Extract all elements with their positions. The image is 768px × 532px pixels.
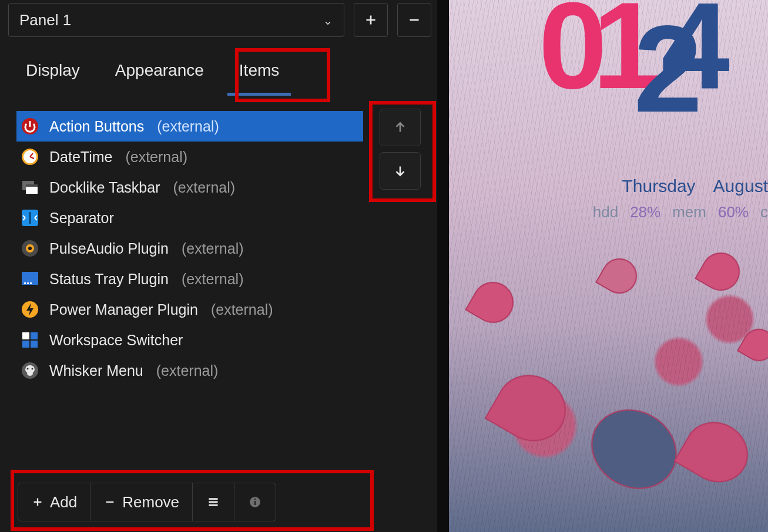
stat-hdd-value: 28% <box>630 203 660 221</box>
tab-appearance[interactable]: Appearance <box>98 50 222 95</box>
tab-appearance-label: Appearance <box>115 61 204 79</box>
svg-rect-18 <box>22 341 29 348</box>
clock-digit-1: 0 <box>538 0 592 115</box>
list-item-name: DateTime <box>49 149 112 166</box>
conky-date: Thursday August <box>622 176 768 196</box>
remove-panel-button[interactable] <box>397 3 431 37</box>
stat-hdd-label: hdd <box>593 203 618 221</box>
list-item[interactable]: PulseAudio Plugin(external) <box>16 233 363 264</box>
tab-display-label: Display <box>26 61 80 79</box>
arrow-up-icon <box>393 120 408 135</box>
list-item[interactable]: Whisker Menu(external) <box>16 355 363 386</box>
chevron-down-icon <box>323 14 333 32</box>
conky-stats: hdd 28% mem 60% c <box>593 203 768 221</box>
conky-clock: 01 24 <box>538 0 768 95</box>
list-item-name: Action Buttons <box>49 118 144 135</box>
svg-rect-16 <box>22 332 29 339</box>
tab-items[interactable]: Items <box>222 50 297 95</box>
footer-toolbar: Add Remove <box>18 483 276 520</box>
stat-cpu-label: c <box>760 203 768 221</box>
svg-point-10 <box>28 247 32 250</box>
hamburger-icon <box>206 494 221 510</box>
conky-month: August <box>713 176 768 196</box>
items-list[interactable]: Action Buttons(external)DateTime(externa… <box>16 111 363 462</box>
minus-icon <box>103 496 116 509</box>
svg-point-23 <box>32 368 33 370</box>
item-about-button[interactable] <box>234 483 276 521</box>
add-panel-button[interactable] <box>354 3 388 37</box>
plus-icon <box>363 12 378 28</box>
separator-icon <box>20 208 40 228</box>
svg-rect-17 <box>31 332 38 339</box>
panel-selector-label: Panel 1 <box>19 11 71 29</box>
remove-item-label: Remove <box>122 493 179 511</box>
list-item[interactable]: Workspace Switcher <box>16 325 363 355</box>
list-item-external-tag: (external) <box>156 362 219 379</box>
panel-selector-dropdown[interactable]: Panel 1 <box>8 3 344 37</box>
tab-items-label: Items <box>239 61 279 79</box>
plus-icon <box>31 496 44 509</box>
list-item[interactable]: Status Tray Plugin(external) <box>16 264 363 294</box>
settings-tabs: Display Appearance Items <box>8 50 431 95</box>
move-buttons-group <box>380 109 421 196</box>
list-item-external-tag: (external) <box>173 179 236 196</box>
list-item-name: Power Manager Plugin <box>49 301 198 318</box>
power-icon <box>20 116 40 136</box>
svg-point-22 <box>27 368 29 370</box>
bolt-icon <box>20 299 40 319</box>
items-body: Action Buttons(external)DateTime(externa… <box>8 103 431 470</box>
grid-icon <box>20 330 40 350</box>
clock-digit-4: 4 <box>661 0 715 115</box>
list-item-external-tag: (external) <box>157 118 219 135</box>
list-item[interactable]: DateTime(external) <box>16 142 363 172</box>
svg-rect-27 <box>254 499 256 500</box>
info-icon <box>248 495 262 509</box>
remove-item-button[interactable]: Remove <box>90 483 193 521</box>
add-item-label: Add <box>50 493 77 511</box>
stat-mem-value: 60% <box>718 203 749 221</box>
desktop-preview: 01 24 Thursday August hdd 28% mem 60% c <box>449 0 768 532</box>
panel-settings-pane: Panel 1 Display Appearance Items Action … <box>0 0 437 532</box>
list-item-external-tag: (external) <box>125 149 187 166</box>
svg-rect-13 <box>27 282 29 284</box>
list-item-name: Workspace Switcher <box>49 332 183 349</box>
speaker-icon <box>20 238 40 258</box>
list-item-name: Separator <box>49 210 114 227</box>
svg-rect-14 <box>30 282 32 284</box>
svg-point-24 <box>27 371 33 376</box>
move-up-button[interactable] <box>380 109 421 146</box>
add-item-button[interactable]: Add <box>18 483 90 521</box>
list-item-name: Docklike Taskbar <box>49 179 160 196</box>
conky-day: Thursday <box>622 176 696 196</box>
clock-icon <box>20 147 40 167</box>
list-item-name: PulseAudio Plugin <box>49 240 169 257</box>
minus-icon <box>407 12 422 28</box>
svg-rect-5 <box>26 184 38 187</box>
list-item-external-tag: (external) <box>211 301 273 318</box>
item-preferences-button[interactable] <box>193 483 234 521</box>
list-item-external-tag: (external) <box>182 271 244 288</box>
tray-icon <box>20 269 40 289</box>
svg-rect-12 <box>24 282 26 284</box>
svg-rect-7 <box>29 212 31 224</box>
list-item-name: Status Tray Plugin <box>49 271 169 288</box>
whisker-icon <box>20 361 40 381</box>
svg-rect-19 <box>31 341 38 348</box>
list-item-external-tag: (external) <box>182 240 244 257</box>
list-item[interactable]: Docklike Taskbar(external) <box>16 172 363 203</box>
arrow-down-icon <box>393 163 408 179</box>
windows-icon <box>20 177 40 197</box>
svg-rect-26 <box>254 501 256 505</box>
list-item-name: Whisker Menu <box>49 362 143 379</box>
list-item[interactable]: Action Buttons(external) <box>16 111 363 142</box>
stat-mem-label: mem <box>672 203 706 221</box>
list-item[interactable]: Separator <box>16 203 363 233</box>
tab-display[interactable]: Display <box>8 50 98 95</box>
list-item[interactable]: Power Manager Plugin(external) <box>16 294 363 325</box>
move-down-button[interactable] <box>380 152 421 190</box>
